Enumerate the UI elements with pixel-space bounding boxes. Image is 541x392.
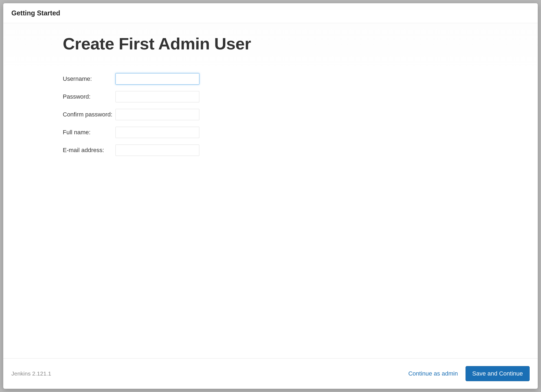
continue-as-admin-button[interactable]: Continue as admin — [408, 370, 458, 377]
form-label: Password: — [63, 91, 116, 102]
form-row: Password: — [63, 91, 199, 102]
footer-actions: Continue as admin Save and Continue — [408, 366, 530, 381]
form-label: Confirm password: — [63, 109, 116, 120]
save-and-continue-button[interactable]: Save and Continue — [466, 366, 530, 381]
modal-header: Getting Started — [3, 3, 538, 23]
modal-content: Create First Admin User Username:Passwor… — [3, 23, 538, 358]
form-label: Username: — [63, 73, 116, 85]
form-label: E-mail address: — [63, 145, 116, 156]
password-field[interactable] — [116, 91, 199, 102]
setup-wizard-modal: Getting Started Create First Admin User … — [3, 3, 538, 389]
version-label: Jenkins 2.121.1 — [11, 370, 51, 377]
header-title: Getting Started — [11, 9, 530, 17]
page-title: Create First Admin User — [63, 34, 530, 53]
form-row: Confirm password: — [63, 109, 199, 120]
form-row: Username: — [63, 73, 199, 85]
form-row: Full name: — [63, 127, 199, 138]
fullname-field[interactable] — [116, 127, 199, 138]
confirm-password-field[interactable] — [116, 109, 199, 120]
modal-footer: Jenkins 2.121.1 Continue as admin Save a… — [3, 358, 538, 389]
email-field[interactable] — [116, 145, 199, 156]
admin-user-form: Username:Password:Confirm password:Full … — [63, 67, 199, 162]
form-label: Full name: — [63, 127, 116, 138]
form-row: E-mail address: — [63, 145, 199, 156]
username-field[interactable] — [116, 73, 199, 85]
